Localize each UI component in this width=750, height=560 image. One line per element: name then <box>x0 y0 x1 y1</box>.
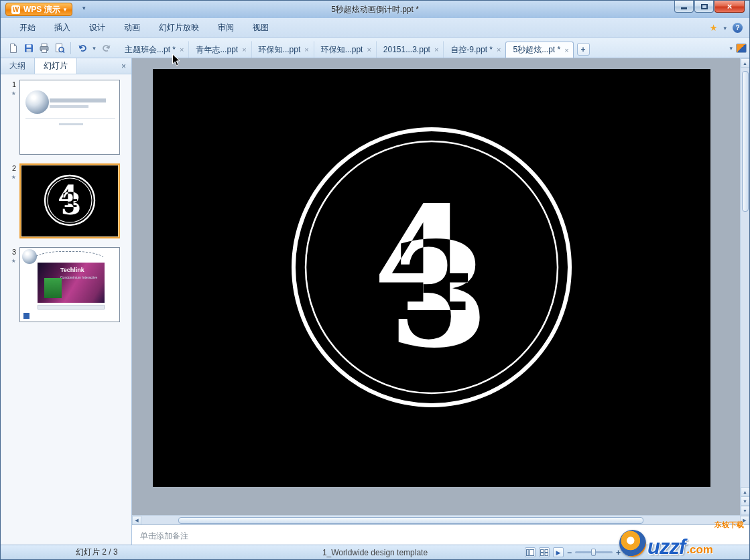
print-preview-button[interactable] <box>52 41 66 55</box>
save-button[interactable] <box>21 41 36 55</box>
doc-tab-2[interactable]: 青年志...ppt × <box>188 41 251 58</box>
redo-button[interactable] <box>99 41 113 55</box>
undo-dropdown[interactable]: ▾ <box>90 41 98 55</box>
zoom-slider-thumb[interactable] <box>591 549 596 556</box>
help-icon[interactable]: ? <box>733 23 743 33</box>
menu-item-insert[interactable]: 插入 <box>45 19 80 37</box>
toolbar-right-icons: ▾ <box>729 44 747 53</box>
slide-thumbnail-1[interactable] <box>19 80 120 155</box>
tab-list-dropdown[interactable]: ▾ <box>729 45 733 52</box>
save-icon <box>23 43 34 54</box>
slide-panel-header: 大纲 幻灯片 × <box>1 58 131 74</box>
animation-star-icon: ★ <box>11 258 16 264</box>
slide-row-1: 1 ★ <box>2 80 129 155</box>
scroll-down-button[interactable]: ▼ <box>741 506 750 515</box>
slide-number: 2 <box>12 164 16 172</box>
menu-item-start[interactable]: 开始 <box>10 19 45 37</box>
watermark-brand: uzzf <box>647 538 685 557</box>
star-icon[interactable]: ★ <box>710 23 718 33</box>
uzzf-watermark: 东坡下载 uzzf .com <box>618 520 747 559</box>
close-tab-icon[interactable]: × <box>242 46 246 54</box>
close-tab-icon[interactable]: × <box>564 46 568 54</box>
slideshow-button[interactable]: ▶ <box>553 547 564 557</box>
horizontal-scrollbar-thumb[interactable] <box>178 517 643 524</box>
thumbnail-image: Techlink Condominium Interactive <box>38 263 105 303</box>
zoom-out-button[interactable]: − <box>567 548 572 557</box>
close-tab-icon[interactable]: × <box>434 46 438 54</box>
undo-icon <box>77 43 88 54</box>
close-tab-icon[interactable]: × <box>497 46 501 54</box>
maximize-icon <box>701 4 708 9</box>
print-button[interactable] <box>37 41 51 55</box>
content-area: 大纲 幻灯片 × 1 ★ <box>1 58 749 545</box>
slide-counter: 幻灯片 2 / 3 <box>76 547 118 558</box>
close-tab-icon[interactable]: × <box>367 46 371 54</box>
uzzf-logo-icon <box>619 530 646 557</box>
minimize-button[interactable] <box>674 1 694 13</box>
toolbar-separator <box>70 42 71 54</box>
title-bar: W WPS 演示 ▾ ▾ 5秒超炫动画倒计时.ppt * × <box>1 1 749 18</box>
animation-star-icon: ★ <box>11 174 16 180</box>
window-title: 5秒超炫动画倒计时.ppt * <box>1 4 749 15</box>
hyperlink-icon <box>23 313 29 319</box>
watermark-domain: .com <box>686 544 713 557</box>
slide-sorter-view-button[interactable] <box>539 547 550 557</box>
doc-tab-7-active[interactable]: 5秒超炫...pt * × <box>505 42 573 58</box>
slide-row-2: 2 ★ 4 3 <box>2 163 129 238</box>
slide-viewport: 4 3 <box>132 58 740 515</box>
new-file-icon <box>8 43 19 54</box>
window-controls: × <box>674 1 745 13</box>
slide-thumbnail-3[interactable]: Techlink Condominium Interactive <box>19 247 120 322</box>
menu-item-animation[interactable]: 动画 <box>115 19 149 37</box>
chevron-down-icon[interactable]: ▾ <box>723 25 727 31</box>
tab-slides[interactable]: 幻灯片 <box>34 58 77 74</box>
scroll-up-button[interactable]: ▲ <box>741 58 750 68</box>
notes-placeholder: 单击添加备注 <box>140 531 188 541</box>
new-file-button[interactable] <box>6 41 20 55</box>
close-tab-icon[interactable]: × <box>180 46 184 54</box>
maximize-button[interactable] <box>694 1 714 13</box>
previous-slide-button[interactable]: ▲ <box>741 487 750 496</box>
document-tab-bar: 主题班会...pt * × 青年志...ppt × 环保知...ppt × 环保… <box>117 38 727 58</box>
close-button[interactable]: × <box>714 1 745 13</box>
normal-view-icon <box>526 549 534 556</box>
minimize-icon <box>681 7 687 9</box>
animation-star-icon: ★ <box>11 90 16 96</box>
close-pane-icon[interactable]: × <box>116 58 131 74</box>
slide-thumbnail-2-selected[interactable]: 4 3 <box>19 163 120 238</box>
slide-sorter-icon <box>540 549 548 556</box>
next-slide-button[interactable]: ▼ <box>741 496 750 506</box>
doc-tab-4[interactable]: 环保知...ppt × <box>314 41 376 58</box>
doc-tab-5[interactable]: 20151...3.ppt × <box>376 41 444 58</box>
menu-item-design[interactable]: 设计 <box>80 19 115 37</box>
normal-view-button[interactable] <box>525 547 536 557</box>
quick-tool-icons: ▾ <box>6 41 113 55</box>
doc-tab-6[interactable]: 自控-9.ppt * × <box>443 41 505 58</box>
menu-item-view[interactable]: 视图 <box>243 19 278 37</box>
new-tab-button[interactable]: + <box>577 43 590 56</box>
skin-icon[interactable] <box>736 44 747 53</box>
menu-item-review[interactable]: 审阅 <box>208 19 243 37</box>
globe-icon <box>25 90 49 114</box>
slide-row-3: 3 ★ Techlink Condominium Interactive <box>2 247 129 322</box>
menu-item-slideshow[interactable]: 幻灯片放映 <box>149 19 208 37</box>
vertical-scrollbar-thumb[interactable] <box>742 71 749 212</box>
close-tab-icon[interactable]: × <box>304 46 308 54</box>
mouse-cursor-icon <box>172 54 181 69</box>
print-preview-icon <box>54 43 65 54</box>
slide-panel: 大纲 幻灯片 × 1 ★ <box>1 58 132 545</box>
undo-button[interactable] <box>75 41 89 55</box>
watermark-site-name: 东坡下载 <box>714 520 744 530</box>
tab-outline[interactable]: 大纲 <box>1 58 34 74</box>
slide-canvas[interactable]: 4 3 <box>153 69 710 487</box>
slide-number: 1 <box>12 80 16 88</box>
thumbnail-list: 1 ★ 2 ★ <box>1 74 131 545</box>
scroll-left-button[interactable]: ◀ <box>132 516 141 525</box>
zoom-slider[interactable] <box>575 551 613 553</box>
toolbar: ▾ 主题班会...pt * × 青年志...ppt × 环保知...ppt × … <box>1 38 749 58</box>
wps-presentation-window: W WPS 演示 ▾ ▾ 5秒超炫动画倒计时.ppt * × 开始 插入 设计 … <box>0 0 750 560</box>
menu-bar: 开始 插入 设计 动画 幻灯片放映 审阅 视图 ★ ▾ ? <box>1 18 749 38</box>
chevron-down-icon: ▾ <box>92 45 96 52</box>
print-icon <box>39 43 50 54</box>
doc-tab-3[interactable]: 环保知...ppt × <box>251 41 314 58</box>
